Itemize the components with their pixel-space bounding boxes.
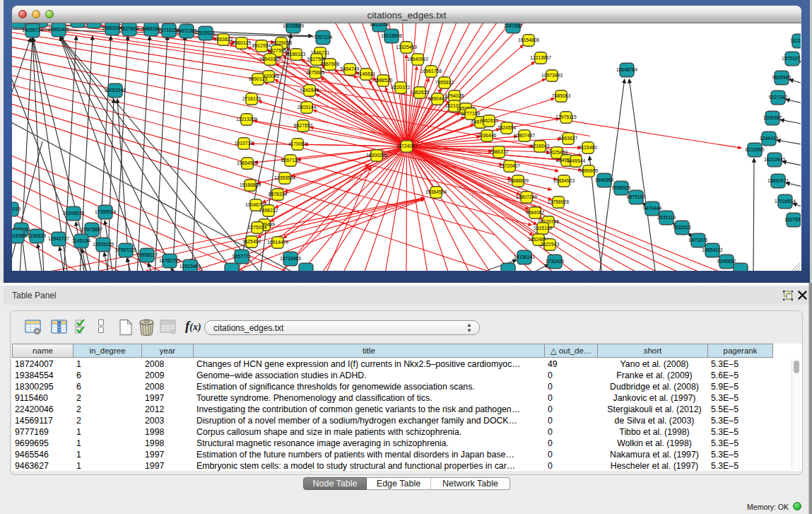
svg-text:8960125: 8960125 (233, 40, 252, 45)
svg-text:18807249: 18807249 (516, 194, 537, 199)
svg-text:7663822: 7663822 (214, 37, 233, 42)
svg-text:8912954: 8912954 (252, 43, 271, 48)
svg-text:2036446: 2036446 (478, 133, 497, 138)
svg-text:1733426: 1733426 (546, 259, 565, 264)
svg-text:20053346: 20053346 (105, 88, 126, 93)
svg-text:16543382: 16543382 (259, 57, 281, 62)
svg-text:2166019: 2166019 (12, 206, 20, 211)
svg-text:10807487: 10807487 (514, 133, 535, 138)
svg-text:2935114: 2935114 (657, 215, 676, 220)
svg-text:5938923: 5938923 (612, 185, 631, 190)
svg-text:12213309: 12213309 (236, 117, 257, 122)
svg-text:12213967: 12213967 (530, 55, 551, 60)
svg-text:1167534: 1167534 (784, 217, 801, 222)
svg-text:9245652: 9245652 (717, 259, 736, 264)
svg-text:20206575: 20206575 (63, 211, 84, 216)
svg-text:9146821: 9146821 (357, 71, 376, 76)
svg-text:9084067: 9084067 (526, 210, 545, 215)
svg-text:19384554: 19384554 (425, 189, 447, 194)
svg-text:10688609: 10688609 (507, 178, 529, 183)
svg-text:1244419: 1244419 (760, 136, 779, 141)
svg-text:9327508: 9327508 (307, 57, 326, 62)
svg-text:7986372: 7986372 (490, 149, 509, 154)
svg-text:18724007: 18724007 (396, 144, 417, 148)
svg-text:8878334: 8878334 (269, 192, 288, 197)
svg-text:2867608: 2867608 (321, 62, 340, 66)
svg-text:17359924: 17359924 (95, 209, 116, 214)
svg-text:9463627: 9463627 (559, 136, 578, 141)
svg-text:1498222: 1498222 (259, 208, 278, 213)
svg-text:9777169: 9777169 (461, 111, 481, 116)
svg-text:1209387: 1209387 (763, 115, 782, 120)
svg-text:9890123: 9890123 (249, 76, 268, 81)
svg-text:1449544: 1449544 (567, 158, 586, 163)
svg-text:12505185: 12505185 (93, 242, 114, 247)
svg-text:9657771: 9657771 (233, 254, 252, 259)
svg-text:2087682: 2087682 (504, 23, 523, 28)
svg-text:16210643: 16210643 (764, 157, 785, 162)
svg-text:19756928: 19756928 (548, 199, 569, 204)
svg-text:19166829: 19166829 (240, 182, 261, 187)
svg-text:17957225: 17957225 (115, 247, 136, 252)
svg-text:8813054: 8813054 (370, 23, 389, 27)
svg-text:8220372: 8220372 (392, 85, 411, 90)
svg-text:19654923: 19654923 (553, 178, 575, 183)
svg-text:1010733: 1010733 (235, 141, 254, 146)
svg-text:2522543: 2522543 (541, 242, 560, 247)
svg-text:8267130: 8267130 (281, 158, 300, 163)
svg-text:6794028: 6794028 (445, 93, 464, 98)
svg-text:12353594: 12353594 (274, 175, 295, 180)
svg-text:1362635: 1362635 (411, 90, 430, 95)
svg-text:1145194: 1145194 (72, 238, 90, 243)
svg-text:1112483: 1112483 (790, 38, 801, 43)
svg-text:1615112: 1615112 (534, 226, 552, 230)
svg-text:1588520: 1588520 (374, 78, 393, 83)
svg-text:8427552: 8427552 (294, 123, 313, 128)
svg-text:16914479: 16914479 (267, 240, 288, 245)
svg-text:6216043: 6216043 (531, 144, 550, 148)
svg-text:1527602: 1527602 (120, 26, 139, 31)
svg-text:8186323: 8186323 (287, 52, 306, 57)
svg-text:1156829: 1156829 (28, 233, 46, 238)
svg-text:18300295: 18300295 (366, 153, 387, 158)
svg-text:9242848: 9242848 (300, 88, 319, 93)
svg-text:15751074: 15751074 (782, 56, 801, 61)
svg-text:1275034: 1275034 (248, 225, 267, 230)
svg-text:16961758: 16961758 (420, 69, 442, 74)
svg-text:20975887: 20975887 (81, 227, 102, 232)
svg-text:3824554: 3824554 (498, 125, 517, 130)
svg-text:9474444: 9474444 (643, 206, 662, 211)
svg-text:7955812: 7955812 (435, 80, 454, 85)
svg-text:16648784: 16648784 (616, 67, 637, 72)
svg-text:16671385: 16671385 (176, 28, 197, 33)
svg-text:8471676: 8471676 (689, 238, 708, 243)
svg-text:16033809: 16033809 (283, 23, 304, 28)
svg-text:15720407: 15720407 (499, 163, 520, 168)
svg-text:14136141: 14136141 (514, 255, 535, 259)
svg-text:17016514: 17016514 (775, 199, 796, 204)
svg-text:16154808: 16154808 (518, 37, 539, 42)
svg-text:4170081: 4170081 (288, 141, 307, 146)
svg-text:16782759: 16782759 (159, 258, 180, 263)
svg-text:8454749: 8454749 (341, 66, 360, 71)
svg-text:9115460: 9115460 (579, 145, 597, 150)
svg-text:1640954: 1640954 (595, 177, 614, 182)
svg-text:19654925: 19654925 (237, 160, 258, 165)
svg-text:19218506: 19218506 (381, 33, 402, 38)
svg-text:7625402: 7625402 (242, 239, 261, 244)
svg-text:10973493: 10973493 (541, 73, 563, 78)
svg-text:12975115: 12975115 (555, 115, 577, 119)
svg-text:2803144: 2803144 (298, 105, 317, 110)
svg-text:9899695: 9899695 (579, 168, 599, 173)
svg-text:18640910: 18640910 (407, 57, 428, 62)
svg-text:3875685: 3875685 (306, 70, 325, 75)
svg-text:7515521: 7515521 (196, 30, 216, 35)
svg-text:7462612: 7462612 (480, 118, 499, 123)
svg-text:3915987: 3915987 (12, 233, 26, 238)
svg-text:12942737: 12942737 (48, 236, 69, 241)
svg-text:12923466: 12923466 (180, 264, 201, 269)
svg-text:9227342: 9227342 (769, 95, 788, 100)
svg-text:10654112: 10654112 (702, 247, 723, 252)
svg-text:9327505: 9327505 (268, 48, 287, 53)
svg-text:9529965: 9529965 (772, 75, 792, 80)
